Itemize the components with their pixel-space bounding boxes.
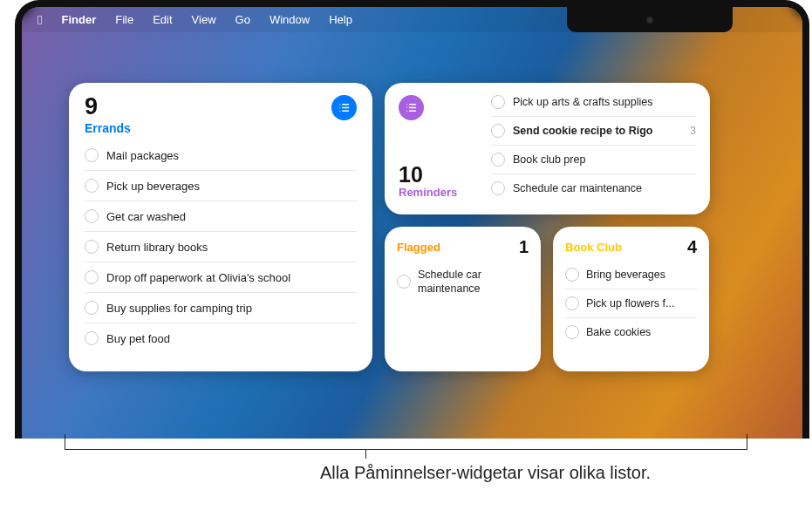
reminders-header: 10 Reminders — [399, 95, 479, 202]
reminder-item[interactable]: Buy pet food — [85, 323, 357, 353]
menu-file[interactable]: File — [115, 13, 133, 26]
menu-view[interactable]: View — [192, 13, 216, 26]
svg-point-4 — [339, 107, 340, 108]
reminder-item[interactable]: Mail packages — [85, 140, 357, 170]
bookclub-count: 4 — [687, 237, 697, 257]
widget-book-club[interactable]: Book Club 4 Bring beverages Pick up flow… — [553, 227, 709, 371]
checkbox-icon[interactable] — [85, 270, 99, 284]
menu-go[interactable]: Go — [235, 13, 250, 26]
reminder-item[interactable]: Schedule car maintenance — [397, 261, 529, 303]
widgets-area: 9 Errands Mail packages Pick up beverage… — [69, 83, 710, 371]
flagged-list: Schedule car maintenance — [397, 261, 529, 303]
reminder-item[interactable]: Schedule car maintenance — [491, 173, 696, 202]
bracket-line — [65, 434, 747, 450]
reminder-item[interactable]: Pick up arts & crafts supplies — [491, 95, 696, 116]
bookclub-title: Book Club — [565, 241, 622, 254]
app-name[interactable]: Finder — [61, 13, 96, 26]
checkbox-icon[interactable] — [85, 209, 99, 223]
widget-reminders[interactable]: 10 Reminders Pick up arts & crafts suppl… — [385, 83, 710, 214]
display-notch — [567, 7, 733, 32]
checkbox-icon[interactable] — [85, 148, 99, 162]
reminder-item[interactable]: Return library books — [85, 231, 357, 262]
mac-screen:  Finder File Edit View Go Window Help 9… — [15, 0, 809, 439]
camera-icon — [646, 17, 653, 24]
menu-help[interactable]: Help — [329, 13, 352, 26]
reminder-item[interactable]: Book club prep — [491, 145, 696, 173]
svg-point-11 — [406, 111, 407, 112]
svg-point-10 — [406, 107, 407, 108]
svg-point-5 — [339, 111, 340, 112]
checkbox-icon[interactable] — [85, 240, 99, 254]
checkbox-icon[interactable] — [85, 301, 99, 315]
checkbox-icon[interactable] — [491, 124, 505, 138]
reminder-item[interactable]: Pick up beverages — [85, 170, 357, 201]
flagged-count: 1 — [519, 237, 529, 257]
checkbox-icon[interactable] — [85, 179, 99, 193]
errands-list: Mail packages Pick up beverages Get car … — [85, 140, 357, 353]
reminder-item[interactable]: Send cookie recipe to Rigo3 — [491, 116, 696, 145]
errands-count: 9 — [85, 95, 131, 119]
checkbox-icon[interactable] — [85, 331, 99, 345]
flagged-title: Flagged — [397, 241, 440, 254]
annotation-caption: Alla Påminnelser-widgetar visar olika li… — [320, 461, 695, 485]
bookclub-header: Book Club 4 — [565, 237, 697, 257]
checkbox-icon[interactable] — [491, 153, 505, 167]
errands-header: 9 Errands — [85, 95, 357, 135]
reminders-count: 10 — [399, 163, 479, 186]
checkbox-icon[interactable] — [565, 268, 579, 282]
checkbox-icon[interactable] — [491, 181, 505, 195]
svg-point-9 — [406, 104, 407, 105]
reminder-meta-count: 3 — [690, 125, 696, 137]
checkbox-icon[interactable] — [565, 296, 579, 310]
reminder-item[interactable]: Get car washed — [85, 201, 357, 231]
reminder-item[interactable]: Bake cookies — [565, 317, 697, 346]
reminder-item[interactable]: Pick up flowers f... — [565, 289, 697, 317]
svg-point-3 — [339, 104, 340, 105]
reminder-item[interactable]: Drop off paperwork at Olivia's school — [85, 262, 357, 292]
reminders-label: Reminders — [399, 186, 479, 199]
widget-flagged[interactable]: Flagged 1 Schedule car maintenance — [385, 227, 541, 371]
flagged-header: Flagged 1 — [397, 237, 529, 257]
bookclub-list: Bring beverages Pick up flowers f... Bak… — [565, 261, 697, 346]
checkbox-icon[interactable] — [397, 275, 411, 289]
reminder-item[interactable]: Buy supplies for camping trip — [85, 292, 357, 323]
menu-edit[interactable]: Edit — [153, 13, 172, 26]
right-column: 10 Reminders Pick up arts & crafts suppl… — [385, 83, 710, 371]
list-bullet-icon — [399, 95, 424, 120]
menu-window[interactable]: Window — [270, 13, 310, 26]
widget-errands[interactable]: 9 Errands Mail packages Pick up beverage… — [69, 83, 372, 371]
list-bullet-icon — [331, 95, 357, 120]
small-widgets-row: Flagged 1 Schedule car maintenance Book … — [385, 227, 710, 371]
reminder-item[interactable]: Bring beverages — [565, 261, 697, 289]
errands-label: Errands — [85, 121, 131, 135]
desktop[interactable]: 9 Errands Mail packages Pick up beverage… — [22, 32, 802, 439]
annotation-bracket — [65, 434, 747, 450]
apple-menu-icon[interactable]:  — [38, 13, 42, 26]
checkbox-icon[interactable] — [565, 325, 579, 339]
reminders-list: Pick up arts & crafts supplies Send cook… — [491, 95, 696, 202]
checkbox-icon[interactable] — [491, 95, 505, 109]
